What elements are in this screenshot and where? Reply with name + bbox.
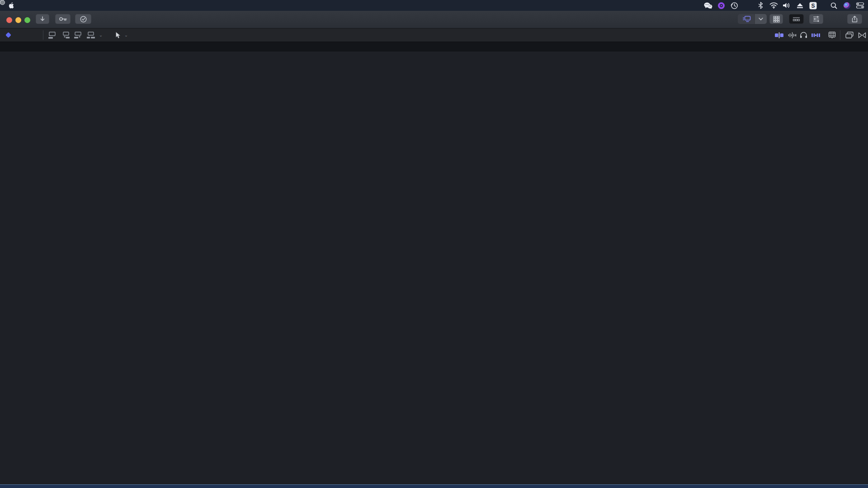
transitions-browser-icon[interactable] <box>857 30 868 40</box>
clipped-bottom-clip-row[interactable] <box>0 484 868 488</box>
input-source-icon[interactable] <box>743 1 752 9</box>
s-app-icon[interactable]: S <box>808 1 817 9</box>
timeline-view-button[interactable] <box>789 14 804 24</box>
dual-display-icon[interactable] <box>738 14 755 24</box>
spotlight-search-icon[interactable] <box>829 1 838 9</box>
apple-menu-icon[interactable] <box>8 2 15 9</box>
inspector-sliders-button[interactable] <box>809 14 823 24</box>
photos-audio-sidebar-icon[interactable] <box>844 30 855 40</box>
window-zoom-button[interactable] <box>24 17 30 23</box>
downloads-button[interactable] <box>36 14 49 24</box>
window-minimize-button[interactable] <box>15 17 21 23</box>
check-circle-button[interactable] <box>75 14 91 24</box>
menu-status-area: S <box>703 0 864 11</box>
timeline-ruler[interactable] <box>0 42 868 52</box>
media-import-split-button[interactable] <box>738 14 767 24</box>
import-chevron[interactable] <box>755 14 767 24</box>
menu-bar: S <box>0 0 868 11</box>
sequence-title <box>0 28 868 42</box>
bluetooth-icon[interactable] <box>756 1 765 9</box>
key-button[interactable] <box>55 14 71 24</box>
timeline-toolbar: ⌄ ⌄ <box>0 28 868 42</box>
volume-icon[interactable] <box>782 1 791 9</box>
divider <box>840 30 840 40</box>
time-machine-icon[interactable] <box>730 1 739 9</box>
siri-icon[interactable] <box>842 1 851 9</box>
control-center-icon[interactable] <box>855 1 864 9</box>
skimming-toggle-icon[interactable] <box>773 30 785 40</box>
snapping-toggle-icon[interactable] <box>810 30 821 40</box>
wechat-icon[interactable] <box>703 1 712 9</box>
playhead-scrub-handle[interactable] <box>0 0 5 5</box>
audio-skimming-icon[interactable] <box>787 30 797 40</box>
window-toolbar <box>0 11 868 28</box>
fcp-screen: S <box>0 0 868 488</box>
window-close-button[interactable] <box>6 17 12 23</box>
browser-grid-button[interactable] <box>769 14 783 24</box>
eject-icon[interactable] <box>795 1 804 9</box>
effects-browser-icon[interactable] <box>826 30 837 40</box>
timeline-area[interactable] <box>0 52 868 488</box>
wifi-icon[interactable] <box>769 1 778 9</box>
svg-text:S: S <box>811 2 815 9</box>
share-button[interactable] <box>847 14 862 24</box>
record-app-icon[interactable] <box>717 1 726 9</box>
solo-headphones-icon[interactable] <box>798 30 808 40</box>
